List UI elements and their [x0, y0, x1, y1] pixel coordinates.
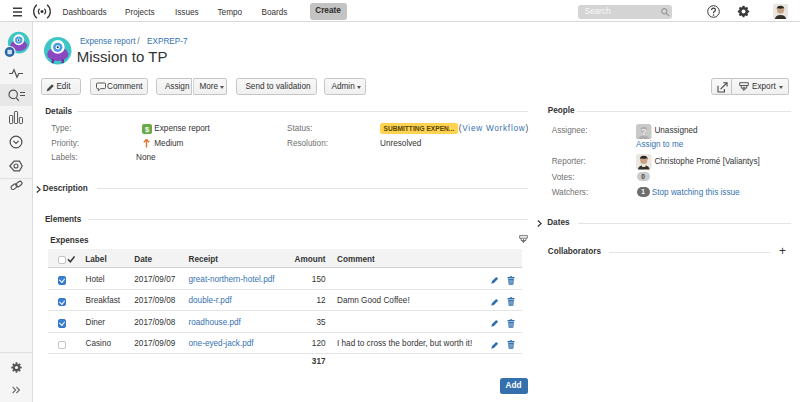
- svg-text:?: ?: [641, 127, 647, 137]
